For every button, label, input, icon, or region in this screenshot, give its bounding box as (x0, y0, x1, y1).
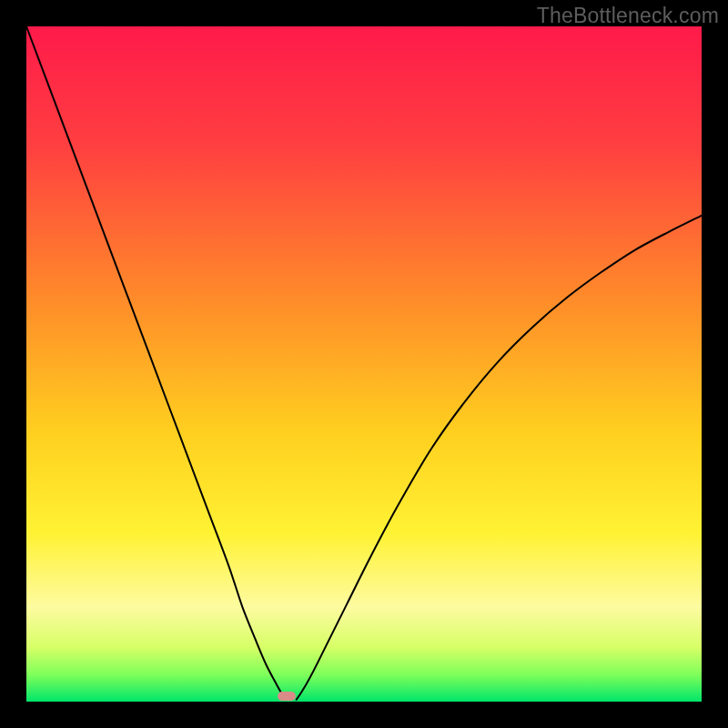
curve-right-branch (297, 216, 702, 700)
chart-frame: TheBottleneck.com (0, 0, 728, 728)
optimum-marker (278, 692, 296, 701)
bottleneck-curve (26, 26, 702, 702)
curve-left-branch (26, 26, 286, 700)
watermark-text: TheBottleneck.com (537, 4, 719, 28)
